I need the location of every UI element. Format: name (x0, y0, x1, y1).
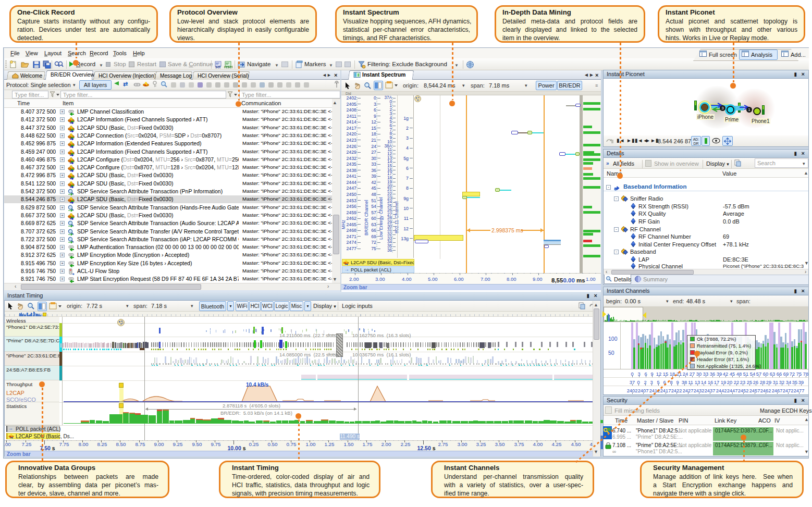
svg-text:set: set (215, 65, 221, 69)
svg-text:reset: reset (224, 65, 232, 69)
